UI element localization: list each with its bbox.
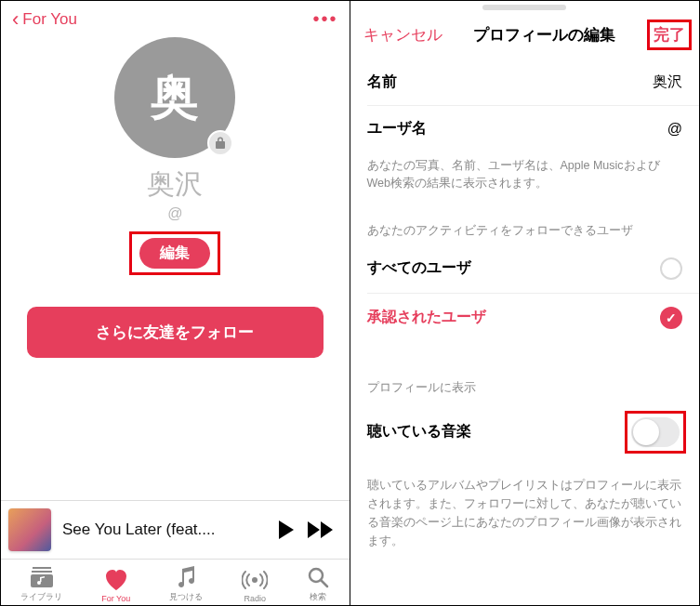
listening-toggle[interactable]	[631, 417, 680, 447]
radio-checked-icon: ✓	[660, 307, 682, 329]
svg-rect-0	[33, 567, 51, 569]
screen-title: プロフィールの編集	[473, 24, 615, 46]
edit-profile-screen: キャンセル プロフィールの編集 完了 名前 奥沢 ユーザ名 @ あなたの写真、名…	[350, 1, 700, 605]
name-value: 奥沢	[653, 72, 682, 92]
listening-footnote: 聴いているアルバムやプレイリストはプロフィールに表示されます。また、フォロワーに…	[350, 463, 700, 563]
tab-bar: ライブラリ For You 見つける Radio	[1, 560, 350, 605]
radio-unchecked-icon	[660, 257, 682, 280]
done-highlight: 完了	[647, 20, 692, 50]
track-title: See You Later (feat....	[62, 520, 266, 539]
radio-icon	[242, 568, 268, 592]
avatar-initial: 奥	[151, 65, 199, 130]
tab-label: For You	[101, 594, 130, 603]
option-approved-users[interactable]: 承認されたユーザ ✓	[350, 294, 700, 342]
tab-label: 見つける	[169, 591, 203, 603]
music-note-icon	[176, 565, 196, 589]
tab-for-you[interactable]: For You	[101, 568, 130, 603]
back-label: For You	[22, 10, 77, 29]
now-playing-bar[interactable]: See You Later (feat....	[1, 500, 350, 560]
search-icon	[307, 565, 329, 589]
edit-button[interactable]: 編集	[139, 238, 210, 269]
username-label: ユーザ名	[367, 119, 427, 138]
follow-more-button[interactable]: さらに友達をフォロー	[27, 307, 324, 358]
svg-rect-1	[32, 571, 52, 573]
tab-library[interactable]: ライブラリ	[20, 565, 62, 603]
sheet-handle	[350, 1, 700, 10]
option-all-users[interactable]: すべてのユーザ	[350, 244, 700, 293]
svg-point-5	[252, 577, 258, 583]
show-on-profile-label: プロフィールに表示	[350, 342, 700, 402]
tab-radio[interactable]: Radio	[242, 568, 268, 603]
play-icon[interactable]	[277, 520, 296, 540]
tab-browse[interactable]: 見つける	[169, 565, 203, 603]
svg-rect-2	[31, 574, 53, 587]
option-label: 承認されたユーザ	[367, 308, 486, 327]
privacy-hint: あなたの写真、名前、ユーザ名は、Apple MusicおよびWeb検索の結果に表…	[350, 152, 700, 205]
name-row[interactable]: 名前 奥沢	[350, 59, 700, 105]
option-label: すべてのユーザ	[367, 258, 471, 278]
lock-icon	[207, 130, 233, 156]
tab-label: ライブラリ	[20, 591, 62, 603]
edit-highlight: 編集	[129, 231, 220, 275]
avatar-container: 奥	[114, 37, 235, 158]
follower-section-label: あなたのアクティビティをフォローできるユーザ	[350, 205, 700, 244]
toggle-knob	[633, 419, 659, 445]
profile-handle: @	[167, 205, 182, 222]
tab-search[interactable]: 検索	[307, 565, 329, 603]
username-value: @	[667, 121, 682, 138]
library-icon	[31, 565, 53, 589]
cancel-button[interactable]: キャンセル	[363, 24, 442, 46]
tab-label: Radio	[244, 594, 267, 603]
back-button[interactable]: ‹ For You	[12, 9, 77, 30]
name-label: 名前	[367, 72, 397, 92]
username-row[interactable]: ユーザ名 @	[350, 106, 700, 152]
profile-screen: ‹ For You ••• 奥 奥沢 @ 編集 さらに友達をフォロー	[1, 1, 350, 605]
listening-music-row: 聴いている音楽	[350, 402, 700, 463]
toggle-highlight	[625, 411, 686, 454]
heart-icon	[104, 568, 128, 592]
fast-forward-icon[interactable]	[307, 520, 335, 539]
profile-name: 奥沢	[147, 165, 203, 204]
tab-label: 検索	[310, 591, 326, 603]
more-button[interactable]: •••	[312, 8, 337, 30]
done-button[interactable]: 完了	[654, 24, 685, 46]
listening-label: 聴いている音楽	[367, 422, 471, 441]
album-art	[8, 508, 51, 551]
svg-line-7	[321, 580, 327, 586]
chevron-left-icon: ‹	[12, 9, 19, 30]
